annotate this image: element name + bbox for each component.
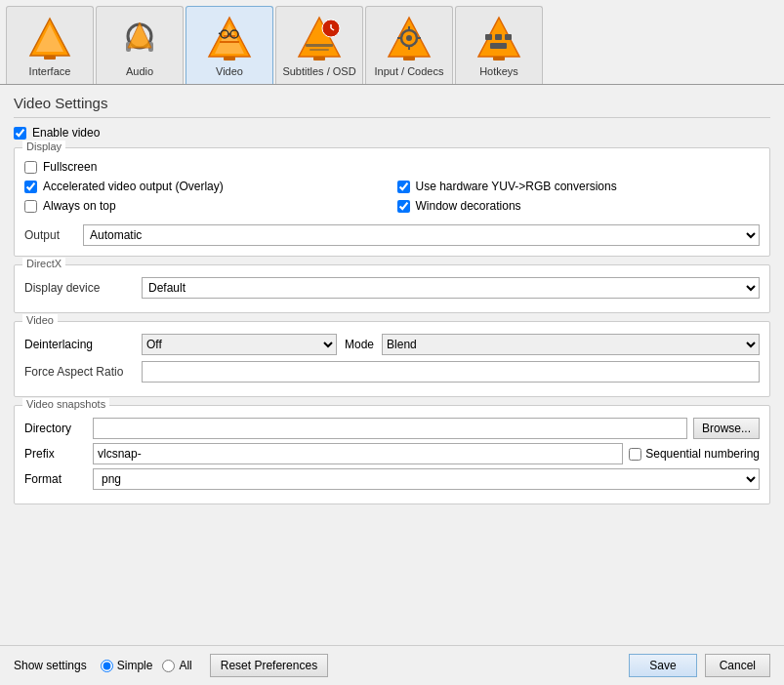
accelerated-checkbox[interactable] <box>24 181 37 193</box>
output-label: Output <box>24 228 83 242</box>
all-label: All <box>179 659 191 672</box>
video-icon <box>206 15 253 61</box>
bottom-bar: Show settings Simple All Reset Preferenc… <box>0 645 784 685</box>
directory-label: Directory <box>24 422 93 435</box>
output-row: Output Automatic DirectX OpenGL WGL <box>24 224 760 246</box>
svg-line-15 <box>219 33 221 34</box>
tab-input[interactable]: Input / Codecs <box>365 6 453 84</box>
directx-group-label: DirectX <box>22 258 65 269</box>
always-on-top-row: Always on top <box>24 199 388 213</box>
all-radio-item: All <box>162 659 191 672</box>
main-window: Interface Audio <box>0 0 784 685</box>
display-device-row: Display device Default <box>24 277 760 299</box>
content-area: Video Settings Enable video Display Full… <box>0 84 784 645</box>
enable-video-row: Enable video <box>14 126 770 140</box>
cancel-button[interactable]: Cancel <box>705 654 770 677</box>
display-device-select[interactable]: Default <box>142 277 760 299</box>
tab-audio-label: Audio <box>126 65 153 77</box>
use-hardware-label: Use hardware YUV->RGB conversions <box>416 180 617 193</box>
sequential-checkbox[interactable] <box>629 448 641 461</box>
tab-video[interactable]: Video <box>186 6 273 84</box>
video-group-label: Video <box>22 314 58 326</box>
sequential-label: Sequential numbering <box>645 447 760 461</box>
window-decorations-label: Window decorations <box>416 199 521 213</box>
always-on-top-checkbox[interactable] <box>24 200 37 213</box>
format-select[interactable]: png jpg tiff <box>93 468 760 490</box>
directory-input[interactable] <box>93 418 687 439</box>
directory-row: Directory Browse... <box>24 418 760 439</box>
svg-point-26 <box>406 35 412 41</box>
prefix-row: Prefix Sequential numbering <box>24 443 760 464</box>
format-label: Format <box>24 472 93 486</box>
simple-label: Simple <box>117 659 153 672</box>
force-aspect-row: Force Aspect Ratio <box>24 361 760 383</box>
svg-rect-2 <box>44 56 56 60</box>
accelerated-label: Accelerated video output (Overlay) <box>43 180 224 193</box>
fullscreen-checkbox[interactable] <box>24 161 37 174</box>
tab-subtitles[interactable]: Subtitles / OSD <box>275 6 363 84</box>
fullscreen-label: Fullscreen <box>43 160 97 174</box>
tab-hotkeys[interactable]: Hotkeys <box>455 6 543 84</box>
mode-label: Mode <box>345 338 374 351</box>
format-row: Format png jpg tiff <box>24 468 760 490</box>
always-on-top-label: Always on top <box>43 199 116 213</box>
show-settings-label: Show settings <box>14 659 87 672</box>
video-group: Video Deinterlacing Off On Auto Mode Ble… <box>14 321 770 397</box>
tab-audio[interactable]: Audio <box>96 6 184 84</box>
display-device-label: Display device <box>24 281 142 295</box>
directx-group: DirectX Display device Default <box>14 264 770 313</box>
show-settings-radio-group: Simple All <box>101 659 192 672</box>
sequential-numbering-row: Sequential numbering <box>629 447 760 461</box>
display-group: Display Fullscreen Accelerated video out… <box>14 147 770 257</box>
svg-rect-19 <box>309 49 329 51</box>
simple-radio[interactable] <box>101 660 113 672</box>
use-hardware-row: Use hardware YUV->RGB conversions <box>397 180 761 193</box>
deinterlacing-select[interactable]: Off On Auto <box>142 334 337 355</box>
svg-rect-34 <box>495 34 502 40</box>
tab-bar: Interface Audio <box>0 0 784 84</box>
tab-video-label: Video <box>216 65 243 77</box>
output-select[interactable]: Automatic DirectX OpenGL WGL <box>83 224 760 246</box>
tab-subtitles-label: Subtitles / OSD <box>282 65 355 77</box>
fullscreen-row: Fullscreen <box>24 160 760 174</box>
interface-icon <box>26 15 73 61</box>
tab-interface-label: Interface <box>29 65 71 77</box>
deinterlacing-row: Deinterlacing Off On Auto Mode Blend Bob… <box>24 334 760 355</box>
tab-input-label: Input / Codecs <box>375 65 444 77</box>
snapshots-group: Video snapshots Directory Browse... Pref… <box>14 405 770 504</box>
use-hardware-checkbox[interactable] <box>397 181 410 193</box>
tab-interface[interactable]: Interface <box>6 6 94 84</box>
deinterlacing-label: Deinterlacing <box>24 338 142 351</box>
page-title: Video Settings <box>14 95 770 118</box>
prefix-input[interactable] <box>93 443 623 464</box>
window-decorations-checkbox[interactable] <box>397 200 410 213</box>
window-decorations-row: Window decorations <box>397 199 761 213</box>
svg-rect-35 <box>505 34 512 40</box>
save-button[interactable]: Save <box>629 654 696 677</box>
mode-select[interactable]: Blend Bob Discard Linear Mean X Yadif Ya… <box>382 334 760 355</box>
hotkeys-icon <box>475 15 522 61</box>
tab-hotkeys-label: Hotkeys <box>479 65 518 77</box>
subtitles-icon <box>296 15 343 61</box>
audio-icon <box>116 15 163 61</box>
enable-video-label: Enable video <box>32 126 100 140</box>
snapshots-group-label: Video snapshots <box>22 398 109 410</box>
svg-rect-11 <box>224 57 235 60</box>
display-group-label: Display <box>22 141 65 152</box>
force-aspect-label: Force Aspect Ratio <box>24 365 142 379</box>
browse-button[interactable]: Browse... <box>693 418 760 439</box>
accelerated-row: Accelerated video output (Overlay) <box>24 180 388 193</box>
input-icon <box>386 15 433 61</box>
svg-rect-33 <box>485 34 492 40</box>
simple-radio-item: Simple <box>101 659 153 672</box>
enable-video-checkbox[interactable] <box>14 127 26 140</box>
svg-rect-36 <box>490 43 507 49</box>
force-aspect-input[interactable] <box>142 361 760 383</box>
all-radio[interactable] <box>162 660 175 672</box>
svg-rect-18 <box>306 44 333 47</box>
svg-rect-17 <box>313 57 325 60</box>
svg-rect-32 <box>493 57 505 60</box>
reset-preferences-button[interactable]: Reset Preferences <box>210 654 328 677</box>
prefix-label: Prefix <box>24 447 93 461</box>
svg-rect-24 <box>403 57 415 60</box>
